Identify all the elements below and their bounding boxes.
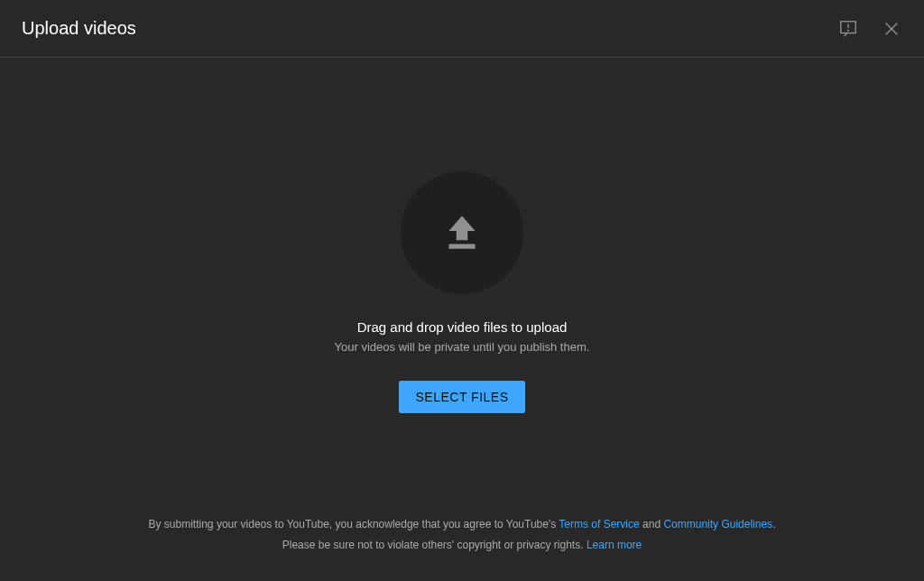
close-icon[interactable]: [881, 18, 902, 40]
footer-text: and: [640, 518, 664, 530]
footer-text: By submitting your videos to YouTube, yo…: [149, 518, 559, 530]
dialog-header: Upload videos: [0, 0, 924, 58]
select-files-button[interactable]: SELECT FILES: [399, 381, 524, 413]
svg-point-2: [848, 30, 849, 31]
learn-more-link[interactable]: Learn more: [587, 539, 642, 551]
footer-text: .: [772, 518, 775, 530]
dialog-title: Upload videos: [22, 18, 136, 39]
footer-line-1: By submitting your videos to YouTube, yo…: [36, 514, 888, 535]
header-actions: [837, 18, 902, 40]
svg-rect-5: [448, 244, 475, 249]
footer-line-2: Please be sure not to violate others' co…: [36, 535, 888, 556]
upload-circle: [401, 171, 523, 294]
feedback-icon[interactable]: [837, 18, 859, 40]
community-guidelines-link[interactable]: Community Guidelines: [663, 518, 772, 530]
footer-text: Please be sure not to violate others' co…: [282, 539, 587, 551]
upload-arrow-icon: [439, 210, 485, 255]
footer-disclaimer: By submitting your videos to YouTube, yo…: [0, 514, 924, 556]
terms-of-service-link[interactable]: Terms of Service: [559, 518, 639, 530]
privacy-note: Your videos will be private until you pu…: [335, 340, 590, 354]
drag-drop-text: Drag and drop video files to upload: [357, 319, 568, 335]
upload-area[interactable]: Drag and drop video files to upload Your…: [0, 58, 924, 581]
